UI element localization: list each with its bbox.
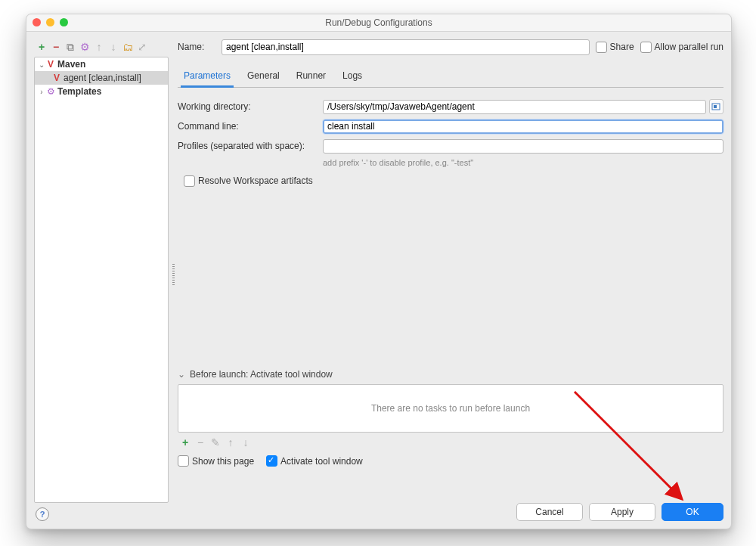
show-this-page-checkbox[interactable]: Show this page — [178, 455, 254, 467]
resolve-workspace-label: Resolve Workspace artifacts — [198, 175, 313, 186]
tab-bar: Parameters General Runner Logs — [178, 66, 723, 88]
tree-node-maven[interactable]: ⌄ V Maven — [35, 57, 168, 71]
working-directory-label: Working directory: — [178, 101, 323, 112]
sidebar: + − ⧉ ⚙ ↑ ↓ 🗂 ⤢ ⌄ V Maven V agent [clean… — [34, 39, 169, 503]
move-task-up-button[interactable]: ↑ — [225, 436, 237, 448]
activate-tool-window-label: Activate tool window — [280, 456, 363, 467]
share-label: Share — [610, 42, 634, 52]
activate-tool-window-checkbox[interactable]: Activate tool window — [266, 455, 363, 467]
tab-parameters[interactable]: Parameters — [181, 66, 234, 88]
maven-icon: V — [51, 73, 62, 83]
remove-task-button[interactable]: − — [194, 436, 206, 448]
tab-runner[interactable]: Runner — [293, 66, 329, 87]
splitter[interactable] — [172, 46, 176, 503]
profiles-label: Profiles (separated with space): — [178, 141, 323, 151]
dialog-button-row: Cancel Apply OK — [516, 503, 723, 521]
expand-button[interactable]: ⤢ — [136, 41, 148, 53]
remove-config-button[interactable]: − — [50, 41, 62, 53]
show-this-page-label: Show this page — [192, 456, 254, 467]
working-directory-input[interactable] — [323, 100, 706, 114]
checkbox-icon — [640, 42, 652, 53]
share-checkbox[interactable]: Share — [596, 42, 634, 53]
config-tree[interactable]: ⌄ V Maven V agent [clean,install] › ⚙ Te… — [34, 57, 169, 503]
templates-icon: ⚙ — [45, 86, 56, 97]
copy-config-button[interactable]: ⧉ — [64, 41, 76, 53]
tab-general[interactable]: General — [244, 66, 283, 87]
window-title: Run/Debug Configurations — [26, 14, 731, 31]
tab-logs[interactable]: Logs — [339, 66, 365, 87]
move-task-down-button[interactable]: ↓ — [240, 436, 252, 448]
tree-label-templates: Templates — [56, 86, 101, 97]
splitter-grip-icon — [172, 264, 175, 285]
maven-icon: V — [45, 59, 56, 70]
tree-label-agent: agent [clean,install] — [62, 73, 141, 83]
main-panel: Name: Share Allow parallel run Parameter… — [178, 39, 723, 521]
add-config-button[interactable]: + — [36, 41, 48, 53]
cancel-button[interactable]: Cancel — [516, 503, 583, 521]
command-line-label: Command line: — [178, 121, 323, 132]
help-button[interactable]: ? — [36, 507, 49, 521]
browse-module-button[interactable] — [709, 99, 723, 114]
svg-rect-1 — [714, 105, 717, 108]
checkbox-icon — [596, 42, 607, 53]
expand-toggle-icon[interactable]: › — [38, 88, 45, 96]
collapse-toggle-icon[interactable]: ⌄ — [178, 369, 185, 380]
name-label: Name: — [178, 42, 215, 52]
folder-button[interactable]: 🗂 — [122, 41, 134, 53]
allow-parallel-label: Allow parallel run — [655, 42, 723, 52]
move-up-button[interactable]: ↑ — [93, 41, 105, 53]
checkbox-icon — [266, 455, 277, 467]
tree-node-templates[interactable]: › ⚙ Templates — [35, 85, 168, 98]
add-task-button[interactable]: + — [179, 436, 191, 448]
edit-task-button[interactable]: ✎ — [209, 436, 222, 448]
ok-button[interactable]: OK — [662, 503, 723, 521]
move-down-button[interactable]: ↓ — [107, 41, 119, 53]
resolve-workspace-checkbox[interactable]: Resolve Workspace artifacts — [184, 175, 313, 187]
command-line-input[interactable] — [323, 119, 723, 134]
apply-button[interactable]: Apply — [589, 503, 655, 521]
sidebar-toolbar: + − ⧉ ⚙ ↑ ↓ 🗂 ⤢ — [34, 39, 169, 55]
allow-parallel-checkbox[interactable]: Allow parallel run — [640, 42, 723, 53]
profiles-hint: add prefix '-' to disable profile, e.g. … — [323, 158, 473, 167]
before-launch-empty-text: There are no tasks to run before launch — [371, 403, 530, 414]
checkbox-icon — [184, 175, 195, 187]
expand-toggle-icon[interactable]: ⌄ — [38, 60, 45, 69]
before-launch-section: ⌄ Before launch: Activate tool window Th… — [178, 369, 723, 467]
dialog-window: Run/Debug Configurations + − ⧉ ⚙ ↑ ↓ 🗂 ⤢… — [26, 14, 732, 529]
name-input[interactable] — [222, 39, 590, 55]
tree-label-maven: Maven — [56, 59, 85, 70]
tree-node-agent[interactable]: V agent [clean,install] — [35, 71, 168, 85]
before-launch-header: Before launch: Activate tool window — [190, 369, 333, 380]
profiles-input[interactable] — [323, 139, 723, 154]
edit-defaults-button[interactable]: ⚙ — [79, 41, 91, 53]
before-launch-list[interactable]: There are no tasks to run before launch — [178, 384, 723, 433]
checkbox-icon — [178, 455, 189, 467]
parameters-form: Working directory: Command line: — [178, 97, 723, 191]
title-bar: Run/Debug Configurations — [26, 14, 731, 32]
before-launch-toolbar: + − ✎ ↑ ↓ — [178, 433, 723, 451]
